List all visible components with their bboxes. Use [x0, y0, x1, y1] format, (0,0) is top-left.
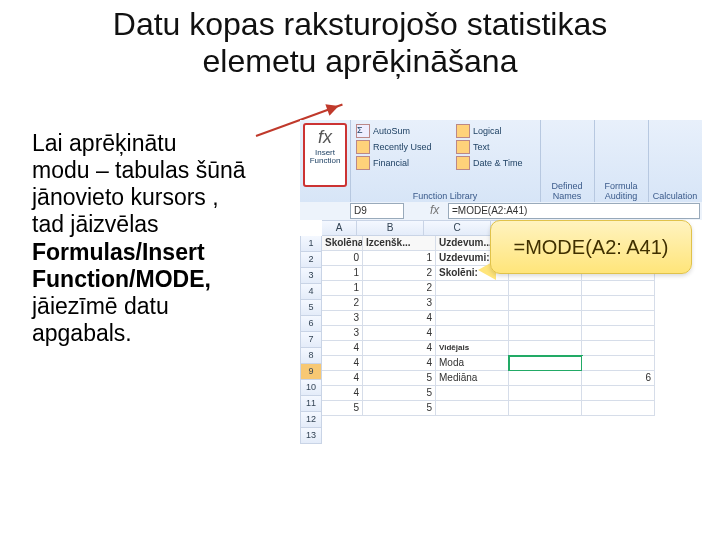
cell[interactable]: 5	[322, 401, 363, 416]
cell[interactable]: 4	[363, 326, 436, 341]
col-header[interactable]: A	[322, 220, 357, 236]
cell[interactable]: Vidējais aritmētiskais	[436, 341, 509, 356]
cell[interactable]	[436, 326, 509, 341]
cell[interactable]: 2	[363, 281, 436, 296]
cell[interactable]: 5	[363, 401, 436, 416]
cell[interactable]	[436, 311, 509, 326]
group-label: Function Library	[350, 191, 540, 201]
row-header[interactable]: 1	[300, 236, 322, 252]
sigma-icon: Σ	[356, 124, 370, 138]
col-header[interactable]: B	[357, 220, 424, 236]
cell[interactable]: Moda	[436, 356, 509, 371]
cell[interactable]: 5	[363, 386, 436, 401]
cell[interactable]	[582, 386, 655, 401]
cell[interactable]: Izcenšk...	[363, 236, 436, 251]
cell[interactable]	[436, 296, 509, 311]
text-icon	[456, 140, 470, 154]
body-paragraph: Lai aprēķinātu modu – tabulas šūnā jānov…	[32, 130, 297, 347]
cell[interactable]	[582, 326, 655, 341]
row-header[interactable]: 11	[300, 396, 322, 412]
cell[interactable]	[509, 356, 582, 371]
cell[interactable]	[436, 401, 509, 416]
row-header[interactable]: 12	[300, 412, 322, 428]
formula-bar: D9 fx =MODE(A2:A41)	[300, 202, 702, 221]
cell[interactable]	[509, 401, 582, 416]
cell[interactable]: 6	[582, 371, 655, 386]
col-header[interactable]: C	[424, 220, 491, 236]
cell[interactable]: 0	[322, 251, 363, 266]
cell[interactable]: 4	[363, 356, 436, 371]
financial-button[interactable]: Financial	[354, 155, 434, 171]
row-header[interactable]: 5	[300, 300, 322, 316]
row-header[interactable]: 7	[300, 332, 322, 348]
row-header[interactable]: 8	[300, 348, 322, 364]
cell[interactable]	[509, 326, 582, 341]
cell[interactable]: 3	[363, 296, 436, 311]
row-header[interactable]: 2	[300, 252, 322, 268]
cell[interactable]: 1	[363, 251, 436, 266]
cell[interactable]	[509, 386, 582, 401]
cell[interactable]	[509, 341, 582, 356]
cell[interactable]: 4	[322, 341, 363, 356]
cell[interactable]	[509, 296, 582, 311]
cell[interactable]	[582, 401, 655, 416]
row-header[interactable]: 9	[300, 364, 322, 380]
cell[interactable]: 3	[322, 311, 363, 326]
cell[interactable]: 4	[363, 341, 436, 356]
row-header[interactable]: 13	[300, 428, 322, 444]
logical-button[interactable]: Logical	[454, 123, 525, 139]
insert-function-button[interactable]: fx InsertFunction	[303, 123, 347, 187]
cell[interactable]: 1	[322, 266, 363, 281]
fx-icon: fx	[305, 127, 345, 148]
cell[interactable]: 1	[322, 281, 363, 296]
cell[interactable]: 5	[363, 371, 436, 386]
row-header[interactable]: 6	[300, 316, 322, 332]
row-header[interactable]: 4	[300, 284, 322, 300]
slide-title: Datu kopas raksturojošo statistikaseleme…	[0, 6, 720, 80]
name-box[interactable]: D9	[350, 203, 404, 219]
formula-callout: =MODE(A2: A41)	[490, 220, 692, 274]
cell[interactable]: 4	[322, 386, 363, 401]
cell[interactable]	[509, 371, 582, 386]
autosum-button[interactable]: ΣAutoSum	[354, 123, 434, 139]
fx-label-icon[interactable]: fx	[430, 203, 439, 217]
row-headers: 1 2 3 4 5 6 7 8 9 10 11 12 13	[300, 236, 322, 444]
cell[interactable]: Mediāna	[436, 371, 509, 386]
cell[interactable]: 4	[363, 311, 436, 326]
excel-screenshot: fx InsertFunction ΣAutoSum Recently Used…	[300, 120, 702, 450]
cell[interactable]	[582, 341, 655, 356]
cell[interactable]	[509, 311, 582, 326]
cell[interactable]: 3	[322, 326, 363, 341]
group-label: Formula Auditing	[594, 181, 648, 201]
text-button[interactable]: Text	[454, 139, 525, 155]
cell[interactable]	[509, 281, 582, 296]
cell[interactable]	[582, 311, 655, 326]
logic-icon	[456, 124, 470, 138]
cell[interactable]	[436, 386, 509, 401]
datetime-button[interactable]: Date & Time	[454, 155, 525, 171]
clock-icon	[456, 156, 470, 170]
cell[interactable]	[582, 356, 655, 371]
cell[interactable]: 2	[322, 296, 363, 311]
recently-used-button[interactable]: Recently Used	[354, 139, 434, 155]
group-label: Calculation	[648, 191, 702, 201]
cell[interactable]	[582, 281, 655, 296]
star-icon	[356, 140, 370, 154]
row-header[interactable]: 10	[300, 380, 322, 396]
formula-input[interactable]: =MODE(A2:A41)	[448, 203, 700, 219]
money-icon	[356, 156, 370, 170]
cell[interactable]: 4	[322, 356, 363, 371]
cell[interactable]: 2	[363, 266, 436, 281]
cell[interactable]: Skolēna...	[322, 236, 363, 251]
row-header[interactable]: 3	[300, 268, 322, 284]
group-label: Defined Names	[540, 181, 594, 201]
cell[interactable]	[436, 281, 509, 296]
cell[interactable]	[582, 296, 655, 311]
cell[interactable]: 4	[322, 371, 363, 386]
ribbon: fx InsertFunction ΣAutoSum Recently Used…	[300, 120, 702, 203]
